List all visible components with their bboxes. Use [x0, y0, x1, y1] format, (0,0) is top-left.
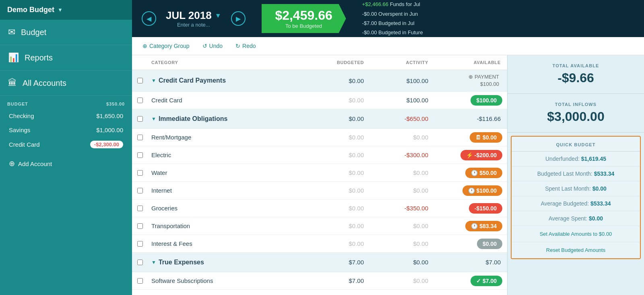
- quick-budget-average-budgeted[interactable]: Average Budgeted: $533.34: [512, 196, 640, 211]
- average-spent-value: $0.00: [589, 215, 603, 222]
- item-activity-interest: $0.00: [370, 239, 435, 249]
- next-month-button[interactable]: ▶: [231, 11, 246, 26]
- row-transportation: Transportation $0.00 $0.00 🕐 $83.34: [132, 217, 507, 235]
- quick-budget-average-spent[interactable]: Average Spent: $0.00: [512, 211, 640, 226]
- budgeted-header: BUDGETED: [306, 58, 370, 66]
- item-budgeted-electric[interactable]: $0.00: [306, 150, 370, 160]
- account-checking[interactable]: Checking $1,650.00: [0, 109, 132, 123]
- item-name-water: Water: [148, 168, 306, 178]
- item-name-software: Software Subscriptions: [148, 276, 306, 286]
- group-activity-ccp: $100.00: [370, 76, 435, 86]
- quick-budget-spent-last-month[interactable]: Spent Last Month: $0.00: [512, 181, 640, 196]
- available-badge-electric: ⚡ -$200.00: [460, 150, 502, 160]
- add-category-group-label: Category Group: [149, 43, 190, 49]
- item-budgeted-groceries[interactable]: $0.00: [306, 203, 370, 213]
- collapse-arrow-ccp[interactable]: ▼: [151, 78, 156, 83]
- right-panel: TOTAL AVAILABLE -$9.66 TOTAL INFLOWS $3,…: [507, 55, 644, 295]
- total-inflows-value: $3,000.00: [517, 109, 634, 124]
- item-name-interest: Interest & Fees: [148, 239, 306, 249]
- item-budgeted-transportation[interactable]: $0.00: [306, 221, 370, 231]
- total-inflows-section: TOTAL INFLOWS $3,000.00: [508, 94, 644, 133]
- content-area: CATEGORY BUDGETED ACTIVITY AVAILABLE ▼ C…: [132, 55, 644, 295]
- spent-last-month-value: $0.00: [592, 185, 607, 192]
- budgeted-last-month-value: $533.34: [594, 170, 615, 177]
- row-electric: Electric $0.00 -$300.00 ⚡ -$200.00: [132, 146, 507, 164]
- set-available-to-zero-button[interactable]: Set Available Amounts to $0.00: [512, 226, 640, 242]
- item-name-electric: Electric: [148, 150, 306, 160]
- item-budgeted-internet[interactable]: $0.00: [306, 185, 370, 195]
- redo-button[interactable]: ↻ Redo: [232, 41, 259, 51]
- group-activity-te: $0.00: [370, 257, 435, 267]
- app-title-text: Demo Budget: [7, 6, 54, 14]
- checkbox-header: [132, 58, 148, 66]
- redo-icon: ↻: [235, 43, 240, 49]
- item-available-water[interactable]: 🕐 $50.00: [435, 166, 507, 180]
- prev-month-button[interactable]: ◀: [142, 11, 156, 26]
- add-account-label: Add Account: [18, 160, 52, 167]
- underfunded-label: Underfunded:: [545, 156, 581, 162]
- item-available-credit-card[interactable]: $100.00: [435, 93, 507, 107]
- total-available-label: TOTAL AVAILABLE: [517, 63, 634, 68]
- group-name-ccp: ▼ Credit Card Payments: [148, 75, 306, 86]
- available-badge-internet: 🕐 $100.00: [462, 185, 503, 196]
- item-available-internet[interactable]: 🕐 $100.00: [435, 184, 507, 197]
- undo-button[interactable]: ↺ Undo: [199, 41, 226, 51]
- group-credit-card-payments: ▼ Credit Card Payments $0.00 $100.00 ⊕ P…: [132, 70, 507, 91]
- budget-info-line-4: -$0.00 Budgeted in Future: [362, 28, 423, 37]
- app-title[interactable]: Demo Budget ▼: [0, 0, 132, 20]
- item-budgeted-rent[interactable]: $0.00: [306, 132, 370, 142]
- reset-budgeted-amounts-button[interactable]: Reset Budgeted Amounts: [512, 242, 640, 258]
- budget-table: CATEGORY BUDGETED ACTIVITY AVAILABLE ▼ C…: [132, 55, 507, 295]
- account-savings-name: Savings: [9, 127, 30, 133]
- quick-budget-title: QUICK BUDGET: [512, 137, 640, 152]
- sidebar-item-reports[interactable]: 📊 Reports: [0, 45, 132, 71]
- add-category-group-icon: ⊕: [142, 43, 147, 49]
- item-available-transportation[interactable]: 🕐 $83.34: [435, 219, 507, 233]
- month-dropdown-arrow[interactable]: ▼: [215, 12, 221, 19]
- item-available-software[interactable]: ✓ $7.00: [435, 274, 507, 288]
- item-budgeted-credit-card[interactable]: $0.00: [306, 95, 370, 105]
- payment-line2: $100.00: [469, 81, 499, 88]
- item-budgeted-software[interactable]: $7.00: [306, 276, 370, 286]
- item-available-rent[interactable]: 🗓 $0.00: [435, 131, 507, 144]
- month-note[interactable]: Enter a note...: [166, 22, 221, 28]
- sidebar-item-budget[interactable]: ✉ Budget: [0, 20, 132, 45]
- add-account-button[interactable]: ⊕ Add Account: [0, 154, 132, 174]
- row-software-subscriptions: Software Subscriptions $7.00 $0.00 ✓ $7.…: [132, 272, 507, 290]
- quick-budget-budgeted-last-month[interactable]: Budgeted Last Month: $533.34: [512, 166, 640, 181]
- item-budgeted-interest[interactable]: $0.00: [306, 239, 370, 249]
- account-savings[interactable]: Savings $1,000.00: [0, 123, 132, 137]
- item-available-electric[interactable]: ⚡ -$200.00: [435, 148, 507, 162]
- budget-section-label: BUDGET: [7, 102, 28, 106]
- item-available-groceries[interactable]: -$150.00: [435, 202, 507, 215]
- to-be-budgeted-label: To be Budgeted: [273, 23, 335, 29]
- budget-info-line-3: -$7.00 Budgeted in Jul: [362, 19, 423, 28]
- available-badge-credit-card: $100.00: [471, 95, 502, 106]
- budget-info-panel: +$2,466.66 Funds for Jul -$0.00 Overspen…: [362, 0, 423, 37]
- group-check-ccp[interactable]: [132, 78, 148, 83]
- sidebar-item-all-accounts[interactable]: 🏛 All Accounts: [0, 71, 132, 96]
- item-name-groceries: Groceries: [148, 203, 306, 213]
- account-credit-card-name: Credit Card: [9, 141, 40, 148]
- total-available-section: TOTAL AVAILABLE -$9.66: [508, 55, 644, 94]
- item-name-internet: Internet: [148, 185, 306, 195]
- add-category-group-button[interactable]: ⊕ Category Group: [139, 41, 193, 51]
- add-account-icon: ⊕: [9, 159, 15, 168]
- quick-budget-underfunded[interactable]: Underfunded: $1,619.45: [512, 152, 640, 166]
- item-available-interest[interactable]: $0.00: [435, 237, 507, 251]
- month-text: JUL 2018: [166, 9, 212, 22]
- topbar: ◀ JUL 2018 ▼ Enter a note... ▶ $2,459.66…: [132, 0, 644, 37]
- group-budgeted-te: $7.00: [306, 257, 370, 267]
- group-name-te: ▼ True Expenses: [148, 257, 306, 268]
- item-budgeted-water[interactable]: $0.00: [306, 168, 370, 178]
- undo-icon: ↺: [202, 43, 207, 49]
- budget-info-line-1: +$2,466.66 Funds for Jul: [362, 0, 423, 9]
- budget-section-header: BUDGET $350.00: [0, 98, 132, 109]
- main-content: ◀ JUL 2018 ▼ Enter a note... ▶ $2,459.66…: [132, 0, 644, 295]
- budgeted-last-month-label: Budgeted Last Month:: [537, 170, 594, 177]
- sidebar: Demo Budget ▼ ✉ Budget 📊 Reports 🏛 All A…: [0, 0, 132, 295]
- account-credit-card[interactable]: Credit Card -$2,300.00: [0, 137, 132, 152]
- item-name-rent: Rent/Mortgage: [148, 132, 306, 142]
- item-name-credit-card: Credit Card: [148, 95, 306, 105]
- category-header: CATEGORY: [148, 58, 306, 66]
